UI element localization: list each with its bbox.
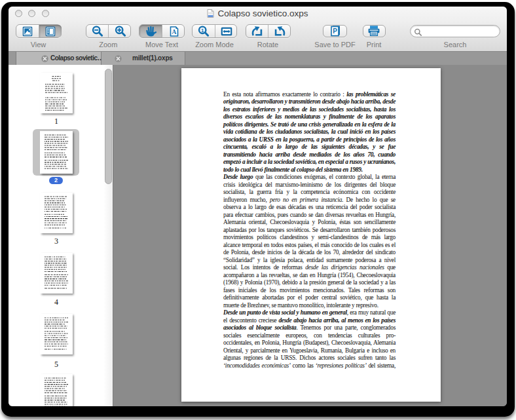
svg-text:P: P xyxy=(333,28,337,35)
svg-text:A: A xyxy=(172,29,176,35)
svg-text:1: 1 xyxy=(201,27,204,33)
